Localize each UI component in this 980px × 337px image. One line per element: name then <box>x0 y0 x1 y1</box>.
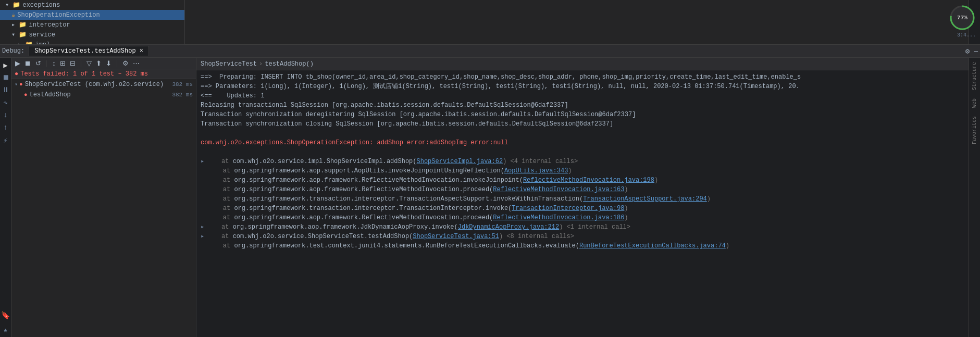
tree-item-service[interactable]: ▾ 📁service <box>0 30 184 40</box>
console-line-0: ==> Preparing: INSERT INTO tb_shop(owner… <box>201 72 964 82</box>
settings-test-button[interactable]: ⚙ <box>121 59 130 68</box>
breadcrumb-part-2[interactable]: testAddShop() <box>265 60 314 68</box>
stacktrace-text: org.springframework.transaction.intercep… <box>234 205 512 212</box>
expand-stacktrace-btn[interactable]: ▸ <box>201 232 204 241</box>
settings-icon[interactable]: ⚙ <box>965 47 970 56</box>
stacktrace-link[interactable]: TransactionInterceptor.java:98 <box>512 205 624 212</box>
expand-all-button[interactable]: ⊞ <box>58 59 67 68</box>
console-line-8 <box>201 147 964 157</box>
evaluate-icon[interactable]: ⚡ <box>1 135 11 145</box>
breadcrumb-part-1[interactable]: ShopServiceTest <box>201 60 257 68</box>
debug-toolbar: Debug: ShopServiceTest.testAddShop × ⚙ — <box>0 44 980 58</box>
rerun-failed-button[interactable]: ↺ <box>34 59 43 68</box>
collapse-all-button[interactable]: ⊟ <box>68 59 77 68</box>
rerun-button[interactable]: ▶ <box>14 59 22 68</box>
sort-button[interactable]: ↕ <box>51 59 57 68</box>
right-top-empty <box>185 0 969 44</box>
stacktrace-prefix: at <box>208 195 234 203</box>
progress-label: 77% <box>957 15 967 21</box>
stacktrace-link[interactable]: ReflectiveMethodInvocation.java:163 <box>493 186 624 193</box>
stacktrace-suffix: ) <4 internal calls> <box>503 158 578 165</box>
test-toolbar: ▶ ⏹ ↺ | ↕ ⊞ ⊟ | ▽ ⬆ ⬇ | ⚙ ⋯ <box>11 58 196 69</box>
debug-label: Debug: <box>2 47 24 55</box>
step-over-icon[interactable]: ↷ <box>1 97 11 108</box>
stop-test-button[interactable]: ⏹ <box>23 59 33 68</box>
stacktrace-text: org.springframework.aop.support.AopUtils… <box>234 167 504 174</box>
stacktrace-link[interactable]: AopUtils.java:343 <box>504 167 568 174</box>
test-status-bar: ● Tests failed: 1 of 1 test – 382 ms <box>11 69 196 79</box>
stacktrace-link[interactable]: ReflectiveMethodInvocation.java:198 <box>523 177 654 184</box>
stacktrace-suffix: ) <box>624 186 628 193</box>
progress-sub: 3:4... <box>957 32 976 38</box>
stacktrace-link[interactable]: ReflectiveMethodInvocation.java:186 <box>493 214 624 221</box>
stacktrace-text: com.whj.o2o.service.ShopServiceTest.test… <box>233 233 413 240</box>
stop-icon[interactable]: ⏹ <box>1 72 11 83</box>
more-button[interactable]: ⋯ <box>131 59 141 68</box>
stacktrace-prefix: at <box>208 242 234 249</box>
tree-item-impl[interactable]: ▸ 📁impl <box>0 40 184 44</box>
tree-item-exceptions[interactable]: ▾ 📁exceptions <box>0 0 184 10</box>
stacktrace-suffix: ) <box>726 242 729 249</box>
test-time: 382 ms <box>172 92 193 98</box>
stacktrace-text: org.springframework.aop.framework.Reflec… <box>234 177 523 184</box>
far-right-sidebar: Structure Web Favorites <box>969 58 980 337</box>
console-line-17: ▸ at com.whj.o2o.service.ShopServiceTest… <box>201 232 964 241</box>
stacktrace-link[interactable]: ShopServiceImpl.java:62 <box>417 158 503 165</box>
import-button[interactable]: ⬇ <box>104 59 113 68</box>
expand-stacktrace-btn[interactable]: ▸ <box>201 157 204 166</box>
console-line-5: Transaction synchronization closing SqlS… <box>201 119 964 129</box>
expand-stacktrace-btn[interactable]: ▸ <box>201 222 204 232</box>
favorites-icon[interactable]: ★ <box>1 324 11 335</box>
console-line-18: at org.springframework.test.context.juni… <box>201 241 964 251</box>
stacktrace-suffix: ) <8 internal calls> <box>499 233 574 240</box>
test-status-text: Tests failed: 1 of 1 test – 382 ms <box>20 70 148 78</box>
structure-icon[interactable]: Structure <box>971 60 978 92</box>
progress-circle: 77% <box>949 4 976 31</box>
stacktrace-suffix: ) <box>624 205 628 212</box>
stacktrace-prefix: at <box>206 223 232 231</box>
console-line-3: Releasing transactional SqlSession [org.… <box>201 101 964 110</box>
stacktrace-suffix: ) <1 internal call> <box>559 223 630 231</box>
console-line-11: at org.springframework.aop.framework.Ref… <box>201 176 964 185</box>
debug-tab[interactable]: ShopServiceTest.testAddShop × <box>29 46 149 56</box>
close-tab-icon[interactable]: × <box>136 47 143 55</box>
stacktrace-suffix: ) <box>654 177 658 184</box>
console-line-6 <box>201 129 964 138</box>
tree-item-shopoperationexception[interactable]: ☕ShopOperationException <box>0 10 184 20</box>
stacktrace-suffix: ) <box>568 167 572 174</box>
console-line-4: Transaction synchronization deregisterin… <box>201 110 964 119</box>
stacktrace-prefix: at <box>208 214 234 221</box>
stacktrace-suffix: ) <box>624 214 628 221</box>
stacktrace-prefix: at <box>208 167 234 174</box>
suite-name: ShopServiceTest (com.whj.o2o.service) <box>25 81 172 88</box>
test-list: ▾ ● ShopServiceTest (com.whj.o2o.service… <box>11 79 196 337</box>
stacktrace-text: org.springframework.test.context.junit4.… <box>234 242 579 249</box>
export-button[interactable]: ⬆ <box>94 59 103 68</box>
web-icon[interactable]: Web <box>971 96 978 110</box>
step-out-icon[interactable]: ↑ <box>1 122 11 133</box>
pause-icon[interactable]: ⏸ <box>1 85 11 95</box>
filter-button[interactable]: ▽ <box>85 59 93 68</box>
left-sidebar: ▶ ⏹ ⏸ ↷ ↓ ↑ ⚡ 🔖 ★ <box>0 58 11 337</box>
stacktrace-link[interactable]: TransactionAspectSupport.java:294 <box>583 195 707 203</box>
console-output: ==> Preparing: INSERT INTO tb_shop(owner… <box>196 70 969 337</box>
stacktrace-prefix: at <box>206 158 232 165</box>
stacktrace-link[interactable]: JdkDynamicAopProxy.java:212 <box>458 223 559 231</box>
test-suite-item[interactable]: ▾ ● ShopServiceTest (com.whj.o2o.service… <box>11 79 196 90</box>
run-icon[interactable]: ▶ <box>1 60 11 70</box>
stacktrace-link[interactable]: RunBeforeTestExecutionCallbacks.java:74 <box>579 242 726 249</box>
file-tree-top: ▾ 📁exceptions☕ShopOperationException▸ 📁i… <box>0 0 185 44</box>
suite-fail-icon: ● <box>19 81 23 88</box>
minimize-icon[interactable]: — <box>974 47 978 55</box>
console-line-9: ▸ at com.whj.o2o.service.impl.ShopServic… <box>201 157 964 166</box>
tree-item-interceptor[interactable]: ▸ 📁interceptor <box>0 20 184 30</box>
bookmark-icon[interactable]: 🔖 <box>1 310 11 320</box>
right-panel: ShopServiceTest › testAddShop() ==> Prep… <box>196 58 969 337</box>
favorites-side-icon[interactable]: Favorites <box>971 114 978 146</box>
stacktrace-link[interactable]: ShopServiceTest.java:51 <box>413 233 499 240</box>
stacktrace-prefix: at <box>208 177 234 184</box>
console-line-1: ==> Parameters: 1(Long), 1(Integer), 1(L… <box>201 82 964 91</box>
breadcrumb: ShopServiceTest › testAddShop() <box>196 58 969 70</box>
test-item[interactable]: ● testAddShop 382 ms <box>11 90 196 100</box>
step-in-icon[interactable]: ↓ <box>1 110 11 120</box>
